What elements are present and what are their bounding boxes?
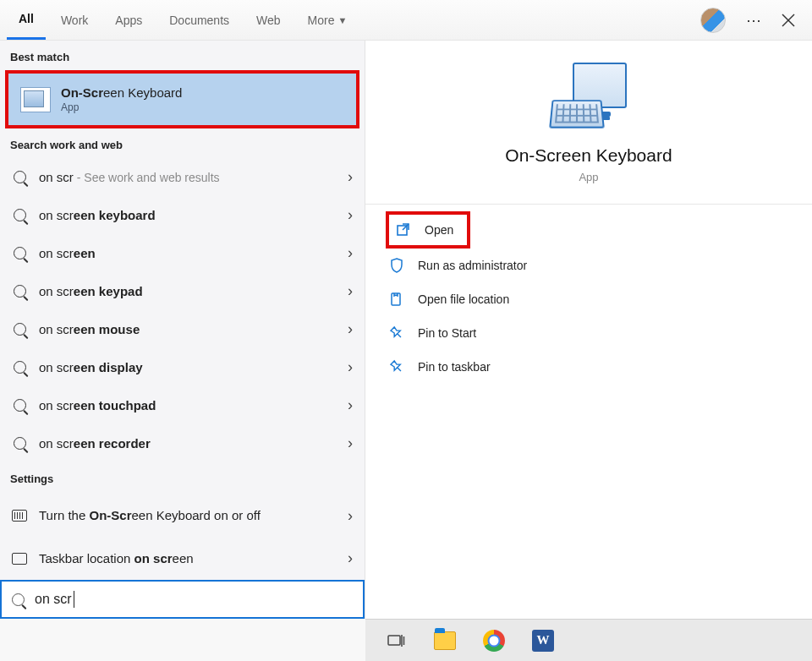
suggestion-label: on screen display	[39, 360, 336, 374]
search-icon	[12, 436, 27, 451]
close-button[interactable]	[771, 3, 805, 37]
tab-apps[interactable]: Apps	[103, 0, 154, 40]
word-button[interactable]: W	[528, 625, 558, 656]
details-panel: On-Screen Keyboard App Open Run as admin…	[365, 41, 812, 619]
chevron-right-icon: ›	[348, 320, 353, 338]
task-view-icon	[387, 631, 405, 650]
suggestion-label: on screen keyboard	[39, 208, 336, 222]
action-open[interactable]: Open	[389, 215, 467, 245]
best-match-title: On-Screen Keyboard	[61, 85, 182, 100]
chevron-right-icon: ›	[348, 244, 353, 262]
user-avatar[interactable]	[700, 8, 726, 33]
tab-all[interactable]: All	[7, 0, 46, 40]
action-pin-start-label: Pin to Start	[418, 326, 476, 340]
open-icon	[396, 222, 411, 238]
chevron-right-icon: ›	[348, 507, 353, 525]
tab-web[interactable]: Web	[244, 0, 293, 40]
suggestion-row[interactable]: on screen ›	[0, 234, 365, 272]
taskbar: W	[0, 619, 812, 661]
search-icon	[12, 170, 27, 185]
action-pin-start[interactable]: Pin to Start	[365, 316, 812, 350]
settings-label: Turn the On-Screen Keyboard on or off	[39, 508, 336, 524]
details-subtitle: App	[579, 171, 598, 183]
suggestion-label: on screen recorder	[39, 436, 336, 451]
suggestion-row[interactable]: on scr - See work and web results ›	[0, 158, 365, 196]
actions-list: Open Run as administrator Open file loca…	[365, 205, 812, 391]
chevron-right-icon: ›	[348, 282, 353, 300]
chevron-down-icon: ▼	[338, 15, 348, 25]
best-match-result[interactable]: On-Screen Keyboard App	[5, 70, 359, 128]
suggestion-label: on screen touchpad	[39, 398, 336, 412]
suggestion-label: on screen mouse	[39, 322, 336, 336]
suggestion-label: on screen keypad	[39, 284, 336, 298]
search-input[interactable]: on scr	[0, 580, 365, 619]
action-open-location[interactable]: Open file location	[365, 282, 812, 316]
search-icon	[12, 208, 27, 223]
on-screen-keyboard-icon	[20, 87, 51, 112]
svg-rect-4	[388, 636, 400, 645]
word-icon: W	[532, 630, 554, 652]
settings-heading: Settings	[0, 462, 365, 492]
suggestion-row[interactable]: on screen recorder ›	[0, 424, 365, 462]
pin-icon	[389, 359, 404, 374]
action-run-admin-label: Run as administrator	[418, 259, 527, 272]
action-pin-taskbar-label: Pin to taskbar	[418, 360, 491, 374]
action-open-label: Open	[425, 223, 453, 237]
suggestion-row[interactable]: on screen display ›	[0, 348, 365, 386]
chevron-right-icon: ›	[348, 168, 353, 186]
shield-icon	[389, 258, 404, 273]
chevron-right-icon: ›	[348, 549, 353, 567]
keyboard-icon	[12, 508, 27, 523]
file-explorer-button[interactable]	[430, 625, 460, 656]
suggestion-row[interactable]: on screen touchpad ›	[0, 386, 365, 424]
search-icon	[12, 284, 27, 299]
close-icon	[782, 14, 795, 27]
chevron-right-icon: ›	[348, 434, 353, 452]
chrome-button[interactable]	[479, 625, 509, 656]
more-options-button[interactable]: ⋯	[739, 11, 768, 30]
suggestion-row[interactable]: on screen keypad ›	[0, 272, 365, 310]
settings-row[interactable]: Turn the On-Screen Keyboard on or off ›	[0, 492, 365, 539]
pin-icon	[389, 325, 404, 341]
search-icon	[12, 246, 27, 261]
tab-work[interactable]: Work	[49, 0, 100, 40]
results-panel: Best match On-Screen Keyboard App Search…	[0, 41, 365, 619]
search-input-value: on scr	[35, 592, 72, 607]
display-icon	[12, 551, 27, 566]
settings-label: Taskbar location on screen	[39, 551, 336, 565]
folder-icon	[389, 292, 404, 307]
action-pin-taskbar[interactable]: Pin to taskbar	[365, 350, 812, 384]
search-icon	[12, 360, 27, 375]
action-open-location-label: Open file location	[418, 292, 509, 306]
chevron-right-icon: ›	[348, 396, 353, 414]
details-hero: On-Screen Keyboard App	[365, 41, 812, 205]
search-icon	[12, 322, 27, 337]
task-view-button[interactable]	[381, 625, 411, 656]
on-screen-keyboard-icon	[551, 63, 627, 132]
best-match-heading: Best match	[0, 41, 365, 70]
tab-more[interactable]: More ▼	[296, 0, 359, 40]
settings-row[interactable]: Taskbar location on screen ›	[0, 539, 365, 577]
suggestion-row[interactable]: on screen mouse ›	[0, 310, 365, 348]
suggestion-label: on scr - See work and web results	[39, 170, 336, 184]
tab-documents[interactable]: Documents	[157, 0, 241, 40]
file-explorer-icon	[434, 631, 456, 650]
details-title: On-Screen Keyboard	[505, 145, 672, 166]
search-icon	[12, 398, 27, 413]
tab-more-label: More	[308, 14, 335, 27]
chrome-icon	[483, 630, 505, 652]
best-match-subtitle: App	[61, 101, 182, 113]
suggestion-label: on screen	[39, 246, 336, 260]
tab-bar: All Work Apps Documents Web More ▼ ⋯	[0, 0, 812, 41]
chevron-right-icon: ›	[348, 206, 353, 224]
text-caret	[74, 591, 74, 608]
search-web-heading: Search work and web	[0, 128, 365, 158]
chevron-right-icon: ›	[348, 358, 353, 376]
suggestion-row[interactable]: on screen keyboard ›	[0, 196, 365, 234]
search-icon	[12, 593, 25, 606]
action-run-admin[interactable]: Run as administrator	[365, 249, 812, 282]
